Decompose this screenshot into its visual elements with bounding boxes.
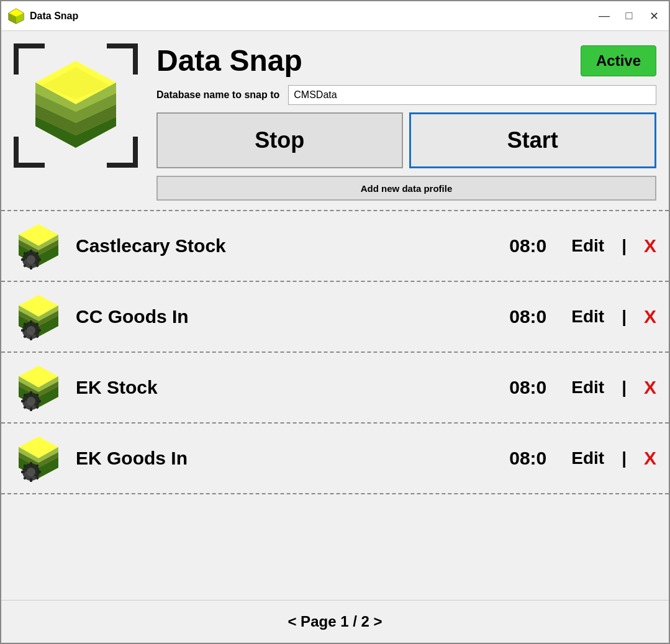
pagination-label[interactable]: < Page 1 / 2 > — [287, 613, 382, 630]
close-button[interactable]: ✕ — [645, 7, 663, 25]
profile-edit-3[interactable]: Edit — [571, 448, 604, 468]
profile-item: EK Goods In 08:0 Edit | X — [1, 424, 669, 494]
profile-name-1: CC Goods In — [76, 306, 497, 327]
pagination: < Page 1 / 2 > — [1, 600, 669, 643]
profile-time-2: 08:0 — [509, 377, 546, 398]
svg-rect-54 — [21, 400, 25, 402]
svg-rect-20 — [30, 250, 32, 253]
svg-rect-70 — [21, 471, 25, 473]
profile-delete-0[interactable]: X — [644, 235, 656, 256]
profile-separator-3: | — [622, 448, 627, 468]
profile-edit-2[interactable]: Edit — [571, 378, 604, 397]
svg-rect-71 — [37, 471, 41, 473]
right-panel: Data Snap Active Database name to snap t… — [156, 43, 656, 201]
db-name-input[interactable] — [288, 85, 656, 105]
app-title-row: Data Snap Active — [156, 43, 656, 78]
svg-rect-53 — [30, 407, 32, 411]
add-profile-button[interactable]: Add new data profile — [156, 176, 656, 201]
active-badge: Active — [581, 45, 656, 76]
profile-separator-0: | — [622, 236, 627, 256]
svg-rect-55 — [37, 400, 41, 402]
profile-icon-1 — [14, 292, 63, 342]
profile-item: EK Stock 08:0 Edit | X — [1, 353, 669, 424]
svg-rect-69 — [30, 478, 32, 482]
profile-separator-1: | — [622, 307, 627, 327]
maximize-button[interactable]: □ — [620, 7, 638, 25]
svg-rect-23 — [37, 258, 41, 261]
title-bar-text: Data Snap — [30, 11, 595, 22]
app-title: Data Snap — [156, 43, 302, 78]
main-cube-icon — [29, 55, 122, 156]
profile-icon-3 — [14, 433, 63, 483]
profile-icon-2 — [14, 363, 63, 412]
logo-container — [14, 43, 138, 168]
profile-delete-3[interactable]: X — [644, 448, 656, 469]
db-label: Database name to snap to — [156, 89, 279, 101]
svg-point-51 — [27, 397, 35, 406]
header-section: Data Snap Active Database name to snap t… — [1, 31, 669, 210]
svg-point-19 — [27, 255, 35, 264]
svg-rect-37 — [30, 337, 32, 340]
profile-item: CC Goods In 08:0 Edit | X — [1, 282, 669, 353]
svg-rect-68 — [30, 462, 32, 466]
window-controls: — □ ✕ — [595, 7, 663, 25]
profile-edit-0[interactable]: Edit — [571, 236, 604, 256]
profile-name-3: EK Goods In — [76, 448, 497, 469]
svg-rect-21 — [30, 266, 32, 270]
profiles-list: Castlecary Stock 08:0 Edit | X — [1, 211, 669, 600]
db-row: Database name to snap to — [156, 85, 656, 105]
profile-time-0: 08:0 — [509, 235, 546, 256]
svg-rect-39 — [37, 329, 41, 332]
profile-delete-2[interactable]: X — [644, 377, 656, 398]
svg-rect-52 — [30, 391, 32, 395]
svg-rect-36 — [30, 320, 32, 324]
app-icon — [7, 7, 25, 25]
profile-time-1: 08:0 — [509, 306, 546, 327]
svg-point-67 — [27, 468, 35, 476]
profile-name-2: EK Stock — [76, 377, 497, 398]
svg-point-35 — [27, 326, 35, 335]
profile-item: Castlecary Stock 08:0 Edit | X — [1, 211, 669, 282]
main-window: Data Snap — □ ✕ — [0, 0, 670, 644]
svg-rect-38 — [21, 329, 25, 332]
start-button[interactable]: Start — [409, 112, 657, 168]
stop-button[interactable]: Stop — [156, 112, 403, 168]
profile-edit-1[interactable]: Edit — [571, 307, 604, 327]
profile-icon-0 — [14, 221, 63, 271]
profile-name-0: Castlecary Stock — [76, 235, 497, 256]
profile-time-3: 08:0 — [509, 448, 546, 469]
profile-delete-1[interactable]: X — [644, 306, 656, 327]
action-buttons: Stop Start — [156, 112, 656, 168]
profile-separator-2: | — [622, 378, 627, 397]
svg-rect-22 — [21, 258, 25, 261]
title-bar: Data Snap — □ ✕ — [1, 1, 669, 31]
minimize-button[interactable]: — — [595, 7, 613, 25]
